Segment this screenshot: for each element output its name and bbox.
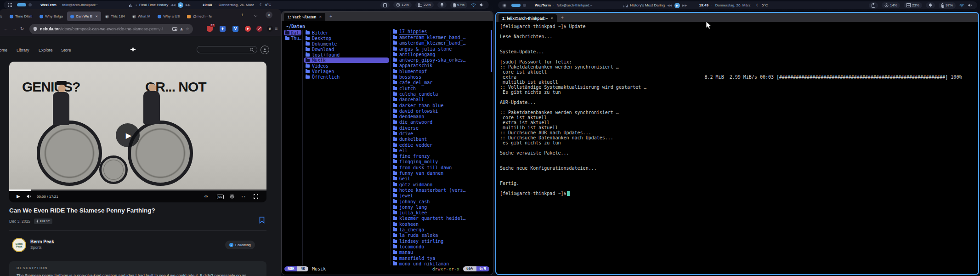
play-overlay-button[interactable]: ▶ [116, 123, 140, 147]
playback-speed-icon[interactable]: ‹ › [242, 195, 245, 199]
menu-icon[interactable]: ≡ [275, 26, 278, 31]
wifi-icon[interactable] [959, 4, 964, 7]
url-bar[interactable]: nebula.tv/videos/bermpeak-can-we-even-ri… [29, 24, 193, 34]
preview-entry[interactable]: drive [393, 131, 488, 136]
workspace-active-indicator[interactable] [511, 4, 521, 7]
preview-entry[interactable]: dendemann [393, 114, 488, 119]
translate-icon[interactable]: A̲ [180, 27, 183, 31]
close-icon[interactable]: ✕ [266, 12, 272, 18]
preview-entry[interactable]: 17_hippies [393, 29, 488, 34]
preview-entry[interactable]: apparatschik [393, 63, 488, 69]
preview-entry[interactable]: dunkelbunt [393, 137, 488, 142]
nav-home[interactable]: Home [0, 48, 7, 52]
bookmark-star-icon[interactable]: ☆ [186, 27, 189, 31]
file-entry[interactable]: Dokumente [304, 41, 389, 46]
preview-entry[interactable]: cafe_del_mar [393, 80, 488, 86]
file-entry[interactable]: Videos [304, 63, 389, 69]
bookmark-icon[interactable] [259, 217, 265, 224]
nav-library[interactable]: Library [17, 48, 29, 52]
wifi-icon[interactable] [471, 3, 476, 7]
preview-entry[interactable]: mansfield_tya [393, 255, 488, 261]
nebula-logo-icon[interactable] [130, 46, 136, 52]
play-icon[interactable]: ▶ [17, 194, 20, 199]
preview-entry[interactable]: antwerp_gipsy-ska_orkes… [393, 57, 488, 63]
file-entry[interactable]: Öffentlich [304, 74, 389, 80]
preview-entry[interactable]: hotze_knasterbart_(vers… [393, 187, 488, 193]
file-entry[interactable]: lost+found [304, 52, 389, 58]
url-text[interactable]: nebula.tv/videos/bermpeak-can-we-even-ri… [40, 27, 170, 31]
preview-entry[interactable]: locomondo [393, 244, 488, 249]
preview-entry[interactable]: clutch [393, 86, 488, 91]
new-tab-button[interactable]: + [329, 14, 332, 19]
preview-entry[interactable]: jewel [393, 193, 488, 199]
forward-icon[interactable]: → [12, 26, 17, 31]
file-entry[interactable]: Vorlagen [304, 69, 389, 74]
picture-in-picture-icon[interactable] [172, 27, 177, 31]
preview-entry[interactable]: fine_frenzy [393, 154, 488, 159]
file-entry[interactable]: Bilder [304, 30, 389, 35]
parent-entry[interactable]: Thu… [284, 35, 301, 41]
autoplay-icon[interactable]: ∞ [204, 194, 208, 199]
workspace-active-indicator[interactable] [17, 3, 26, 6]
parent-entry[interactable]: Dat… [284, 30, 301, 35]
fullscreen-icon[interactable] [254, 194, 258, 199]
browser-tab[interactable]: @mech - fe [184, 12, 215, 21]
preview-entry[interactable]: manau [393, 250, 488, 255]
volume-icon[interactable] [480, 3, 484, 7]
clipboard-icon[interactable] [869, 2, 878, 9]
new-tab-button[interactable]: + [241, 12, 244, 17]
blocker-extension-icon[interactable] [256, 26, 262, 32]
search-input[interactable] [197, 46, 257, 53]
media-play-icon[interactable]: ▶ [674, 3, 680, 8]
bell-icon[interactable] [926, 2, 935, 8]
preview-entry[interactable]: jonny_lang [393, 204, 488, 210]
browser-tab[interactable]: Time Dilati [6, 12, 35, 21]
captions-icon[interactable]: CC [217, 195, 224, 199]
channel-avatar[interactable]: BermPeak [12, 238, 26, 252]
vimium-icon[interactable]: V [232, 26, 238, 32]
browser-tab[interactable]: Can We E✕ [67, 12, 101, 21]
shell-terminal-window[interactable]: 1: felix@arch-thinkpad:~✕ + [felix@arch-… [495, 12, 979, 275]
browser-tab[interactable]: rmany's [0, 12, 6, 21]
back-icon[interactable]: ← [4, 26, 8, 31]
preview-entry[interactable]: Geil [393, 176, 488, 182]
file-entry[interactable]: Download [304, 46, 389, 52]
preview-entry[interactable]: funny_van_dannen [393, 170, 488, 176]
video-player[interactable]: GENIUS? OR... NOT ▶ ▶ 00:00 / 17:2 [9, 62, 266, 202]
video-progress-bar[interactable] [9, 190, 266, 191]
media-prev-icon[interactable]: ◀◀ [667, 4, 672, 7]
preview-entry[interactable]: blumentopf [393, 69, 488, 74]
preview-entry[interactable]: david_orlowski [393, 108, 488, 114]
preview-entry[interactable]: kosheen [393, 221, 488, 227]
preview-entry[interactable]: julia_klee [393, 210, 488, 216]
nav-explore[interactable]: Explore [39, 48, 53, 52]
shield-icon[interactable] [33, 27, 37, 31]
ublock-icon[interactable]: 15 [207, 26, 213, 32]
preview-entry[interactable]: antilopengang [393, 52, 488, 57]
preview-entry[interactable]: la_ruda_salska [393, 233, 488, 238]
media-play-icon[interactable]: ▶ [178, 2, 183, 8]
preview-entry[interactable]: lindsey_stirling [393, 238, 488, 244]
browser-tab[interactable]: Why a US [154, 12, 183, 21]
terminal-prompt[interactable]: [felix@arch-thinkpad ~]$ [500, 191, 570, 196]
file-entry[interactable]: Musik [304, 58, 389, 63]
tab-close-icon[interactable]: ✕ [550, 17, 553, 20]
preview-entry[interactable]: amsterdam_klezmer_band_… [393, 34, 488, 40]
media-next-icon[interactable]: ▶▶ [682, 4, 687, 7]
preview-entry[interactable]: darker_than_blue [393, 103, 488, 108]
preview-entry[interactable]: from_dusk_till_dawn [393, 165, 488, 170]
bell-icon[interactable] [437, 2, 447, 8]
preview-entry[interactable]: mono_und_nikitaman [393, 261, 488, 266]
nav-store[interactable]: Store [61, 48, 71, 52]
scrollbar-thumb[interactable] [491, 30, 492, 72]
chevron-down-icon[interactable] [254, 15, 258, 17]
gear-icon[interactable] [230, 194, 234, 199]
reader-extension-icon[interactable]: e [267, 26, 273, 32]
terminal-tab[interactable]: 1: Yazi: ~/Daten✕ [284, 13, 325, 21]
volume-icon[interactable] [27, 194, 32, 199]
file-entry[interactable]: Desktop [304, 35, 389, 41]
new-tab-button[interactable]: + [561, 15, 564, 20]
tab-close-icon[interactable]: ✕ [95, 15, 98, 18]
browser-tab[interactable]: Why Bulga [36, 12, 66, 21]
preview-entry[interactable]: angus_&_julia_stone [393, 46, 488, 52]
